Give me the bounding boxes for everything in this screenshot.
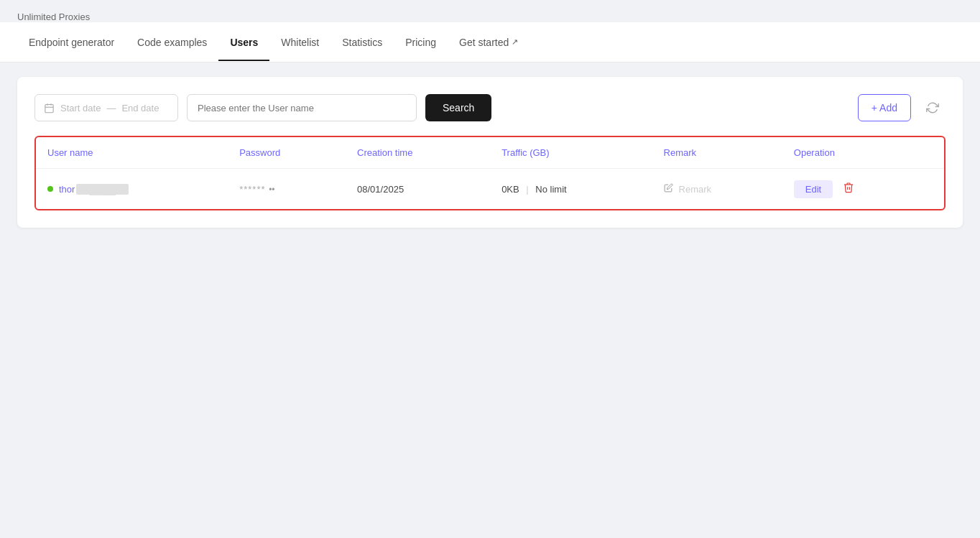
users-card: Start date — End date Search + Add U xyxy=(17,77,963,228)
users-table-wrapper: User name Password Creation time Traffic… xyxy=(34,136,946,210)
cell-remark: Remark xyxy=(652,169,782,210)
svg-rect-0 xyxy=(45,104,53,112)
password-eye: •• xyxy=(269,185,274,195)
cell-creation-time: 08/01/2025 xyxy=(346,169,490,210)
refresh-icon xyxy=(926,101,939,114)
edit-button[interactable]: Edit xyxy=(794,180,833,198)
main-content: Start date — End date Search + Add U xyxy=(0,62,980,242)
nav-statistics[interactable]: Statistics xyxy=(330,24,394,61)
table-row: thor████ ****** •• 08/01/2025 0KB | No l… xyxy=(36,169,944,210)
app-title: Unlimited Proxies xyxy=(17,11,90,22)
delete-button[interactable] xyxy=(838,179,859,199)
table-header-row: User name Password Creation time Traffic… xyxy=(36,137,944,169)
cell-username: thor████ xyxy=(36,169,228,210)
refresh-button[interactable] xyxy=(920,95,946,121)
nav-endpoint-generator[interactable]: Endpoint generator xyxy=(17,24,126,61)
remark-placeholder: Remark xyxy=(679,184,712,195)
username-value: thor xyxy=(59,184,75,195)
username-masked: ████ xyxy=(76,184,129,195)
external-link-icon: ↗ xyxy=(512,37,518,47)
nav-whitelist[interactable]: Whitelist xyxy=(269,24,330,61)
col-password: Password xyxy=(228,137,346,169)
nav-code-examples[interactable]: Code examples xyxy=(126,24,218,61)
status-dot xyxy=(47,186,53,192)
col-traffic: Traffic (GB) xyxy=(490,137,652,169)
date-range-picker[interactable]: Start date — End date xyxy=(34,94,178,121)
calendar-icon xyxy=(44,103,55,113)
traffic-limit: No limit xyxy=(535,184,566,195)
col-username: User name xyxy=(36,137,228,169)
username-search-input[interactable] xyxy=(187,94,417,121)
start-date-placeholder: Start date xyxy=(60,103,101,113)
traffic-used: 0KB xyxy=(501,184,519,195)
col-operation: Operation xyxy=(782,137,944,169)
end-date-placeholder: End date xyxy=(121,103,159,113)
cell-traffic: 0KB | No limit xyxy=(490,169,652,210)
password-value: ****** xyxy=(239,184,269,195)
nav-get-started[interactable]: Get started ↗ xyxy=(448,24,530,61)
date-separator: — xyxy=(106,103,116,113)
search-button[interactable]: Search xyxy=(425,94,491,121)
col-creation-time: Creation time xyxy=(346,137,490,169)
nav-get-started-label: Get started xyxy=(459,37,509,48)
users-table: User name Password Creation time Traffic… xyxy=(36,137,944,209)
remark-edit-icon[interactable] xyxy=(664,183,673,195)
nav-pricing[interactable]: Pricing xyxy=(394,24,448,61)
toolbar: Start date — End date Search + Add xyxy=(34,94,946,121)
nav-users[interactable]: Users xyxy=(218,24,269,61)
cell-operation: Edit xyxy=(782,169,944,210)
traffic-divider: | xyxy=(526,184,528,195)
col-remark: Remark xyxy=(652,137,782,169)
trash-icon xyxy=(843,182,854,193)
nav-bar: Endpoint generator Code examples Users W… xyxy=(0,22,980,62)
add-button[interactable]: + Add xyxy=(858,94,911,121)
cell-password: ****** •• xyxy=(228,169,346,210)
